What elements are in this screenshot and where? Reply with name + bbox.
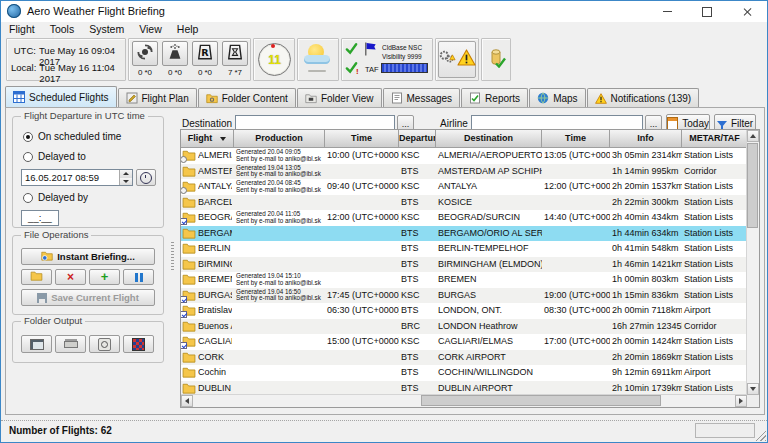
scroll-down-button[interactable]	[747, 383, 759, 395]
output-export-button[interactable]	[123, 335, 154, 353]
flight-name: Buenos Aires	[198, 319, 232, 335]
scroll-right-button[interactable]	[735, 395, 747, 407]
horizontal-scroll-thumb[interactable]	[421, 395, 661, 406]
table-row[interactable]: Bratislava - L06:30 (UTC+0000)BTSLONDON,…	[181, 303, 747, 319]
tab-reports[interactable]: Reports	[461, 88, 528, 107]
table-row[interactable]: BREMENGenerated 19.04 15:10Sent by e-mai…	[181, 272, 747, 288]
tab-messages[interactable]: Messages	[383, 88, 461, 107]
alerts-button[interactable]	[438, 41, 476, 78]
folder-content-icon	[206, 92, 218, 104]
radio-on-scheduled[interactable]: On scheduled time	[23, 131, 121, 142]
cell-departure: BRC	[399, 319, 436, 335]
add-flight-button[interactable]: +	[89, 269, 120, 285]
cyclone-button[interactable]	[132, 41, 158, 66]
menu-system[interactable]: System	[89, 22, 124, 37]
menu-tools[interactable]: Tools	[50, 22, 75, 37]
table-row[interactable]: CORKBTSCORK AIRPORT2h 20min 1869kmStatio…	[181, 350, 747, 366]
column-header-departure[interactable]: Departure	[399, 130, 436, 148]
table-row[interactable]: BEOGRADGenerated 20.04 11:05Sent by e-ma…	[181, 210, 747, 226]
maximize-button[interactable]	[687, 1, 727, 22]
tab-folder-view[interactable]: Folder View	[297, 88, 382, 107]
clock-small-icon	[140, 172, 152, 184]
tab-maps[interactable]: Maps	[529, 88, 585, 107]
cell-production	[234, 241, 325, 257]
cell-time-dep: 15:00 (UTC+0000)	[325, 334, 399, 350]
table-row[interactable]: CAGLIARI15:00 (UTC+0000)KSCCAGLIARI/ELMA…	[181, 334, 747, 350]
open-flight-button[interactable]	[21, 269, 52, 285]
output-print-button[interactable]	[55, 335, 86, 353]
vertical-scrollbar[interactable]	[746, 130, 759, 395]
cell-destination: BURGAS	[436, 288, 542, 304]
output-display-button[interactable]	[21, 335, 52, 353]
flight-name: BURGAS	[198, 288, 232, 304]
table-row[interactable]: BERGAMOBTSBERGAMO/ORIO AL SERIO1h 44min …	[181, 226, 747, 242]
horizontal-scrollbar[interactable]	[181, 394, 747, 407]
cell-time-dep	[325, 164, 399, 180]
tab-flight-plan[interactable]: Flight Plan	[118, 88, 197, 107]
close-button[interactable]	[727, 1, 767, 22]
tab-scheduled-flights[interactable]: Scheduled Flights	[5, 86, 117, 107]
weather-icon-group[interactable]	[297, 38, 339, 81]
briefing-clock-group[interactable]: 11	[253, 38, 295, 81]
column-header-destination[interactable]: Destination	[436, 130, 542, 148]
delay-duration-field[interactable]: __:__	[21, 210, 59, 226]
column-header-time[interactable]: Time	[542, 130, 610, 148]
table-row[interactable]: CochinBTSCOCHIN/WILLINGDON9h 12min 6911k…	[181, 365, 747, 381]
table-row[interactable]: BURGASGenerated 19.04 16:50Sent by e-mai…	[181, 288, 747, 304]
output-group-title: Folder Output	[21, 315, 85, 326]
column-header-time[interactable]: Time	[325, 130, 399, 148]
column-header-production[interactable]: Production	[234, 130, 325, 148]
output-disk-button[interactable]	[89, 335, 120, 353]
menu-view[interactable]: View	[139, 22, 162, 37]
table-row[interactable]: AMSTERDAMGenerated 19.04 13:05Sent by e-…	[181, 164, 747, 180]
menu-flight[interactable]: Flight	[9, 22, 35, 37]
hazard-buttons-group: 0*00*0R0*07*7	[128, 38, 251, 81]
folder-icon	[182, 150, 196, 161]
cell-time-dep	[325, 257, 399, 273]
cell-info: 1h 46min 1421km	[610, 257, 682, 273]
taf-progress-bar[interactable]	[381, 63, 428, 73]
table-row[interactable]: Buenos AiresBRCLONDON Heathrow16h 27min …	[181, 319, 747, 335]
folder-icon	[182, 166, 196, 177]
column-header-metar-taf[interactable]: METAR/TAF	[682, 130, 748, 148]
scroll-left-button[interactable]	[181, 395, 193, 407]
metar-check-icon	[345, 42, 358, 56]
table-row[interactable]: BIRMINGHAMBTSBIRMINGHAM (ELMDON) AIR1h 4…	[181, 257, 747, 273]
cell-departure: BTS	[399, 272, 436, 288]
flight-name: Cochin	[198, 365, 226, 381]
cell-time-dep: 17:45 (UTC+0000)	[325, 288, 399, 304]
table-row[interactable]: BERLINBTSBERLIN-TEMPELHOF0h 41min 548kmS…	[181, 241, 747, 257]
set-time-button[interactable]	[136, 169, 156, 186]
radar-button[interactable]: R	[192, 41, 218, 66]
cell-metar: Airport	[682, 303, 747, 319]
radio-delayed-by[interactable]: Delayed by	[23, 192, 88, 203]
table-row[interactable]: ANTALYAGenerated 20.04 08:45Sent by e-ma…	[181, 179, 747, 195]
cell-departure: BTS	[399, 257, 436, 273]
volcano-button[interactable]	[162, 41, 188, 66]
database-status-group[interactable]	[481, 38, 511, 81]
column-header-info[interactable]: Info	[610, 130, 682, 148]
datetime-spinner[interactable]	[119, 170, 132, 185]
column-header-flight[interactable]: Flight	[181, 130, 234, 148]
radio-delayed-to[interactable]: Delayed to	[23, 151, 86, 162]
menu-help[interactable]: Help	[177, 22, 199, 37]
cell-time-arr	[542, 164, 610, 180]
hourglass-button[interactable]	[222, 41, 248, 66]
tab-folder-content[interactable]: Folder Content	[198, 88, 296, 107]
instant-briefing-button[interactable]: Instant Briefing...	[21, 248, 155, 265]
panel-splitter[interactable]	[171, 240, 174, 270]
table-row[interactable]: ALMERIAGenerated 20.04 09:05Sent by e-ma…	[181, 148, 747, 164]
tab-notifications-139[interactable]: Notifications (139)	[587, 88, 700, 107]
vertical-scroll-thumb[interactable]	[747, 143, 758, 228]
minimize-button[interactable]	[647, 1, 687, 22]
cell-metar: Station Lists	[682, 148, 747, 164]
checked-icon	[181, 311, 187, 318]
scroll-up-button[interactable]	[747, 130, 759, 142]
delete-flight-button[interactable]: ×	[55, 269, 86, 285]
cell-production	[234, 350, 325, 366]
delay-datetime-field[interactable]: 16.05.2017 08:59	[21, 169, 133, 186]
compare-flight-button[interactable]	[123, 269, 154, 285]
radar-icon: R	[195, 42, 215, 66]
save-current-flight-button[interactable]: Save Current Flight	[21, 289, 155, 306]
table-row[interactable]: BARCELONABTSKOSICE2h 22min 300kmStation …	[181, 195, 747, 211]
